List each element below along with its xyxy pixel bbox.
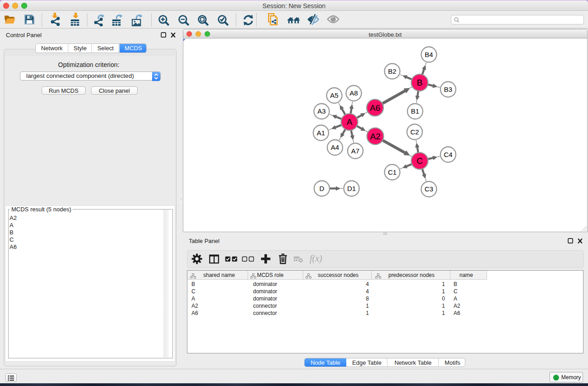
- svg-text:A2: A2: [370, 132, 380, 141]
- svg-text:A: A: [347, 117, 353, 127]
- svg-text:C3: C3: [425, 185, 433, 193]
- svg-text:B2: B2: [388, 67, 396, 75]
- svg-text:C1: C1: [388, 168, 397, 176]
- svg-text:B3: B3: [444, 86, 452, 93]
- svg-text:C2: C2: [410, 128, 419, 136]
- svg-text:D: D: [320, 185, 325, 192]
- svg-text:A1: A1: [317, 129, 325, 137]
- svg-text:A5: A5: [330, 91, 338, 99]
- svg-text:A6: A6: [370, 103, 380, 113]
- svg-text:B4: B4: [425, 51, 433, 58]
- svg-text:A3: A3: [317, 107, 325, 115]
- svg-text:A4: A4: [331, 143, 339, 151]
- svg-text:B1: B1: [411, 107, 419, 115]
- svg-text:A7: A7: [351, 147, 359, 155]
- svg-text:D1: D1: [347, 185, 356, 192]
- svg-text:B: B: [417, 78, 423, 87]
- svg-text:C: C: [416, 156, 423, 166]
- svg-text:A8: A8: [349, 89, 358, 97]
- svg-text:C4: C4: [444, 151, 452, 158]
